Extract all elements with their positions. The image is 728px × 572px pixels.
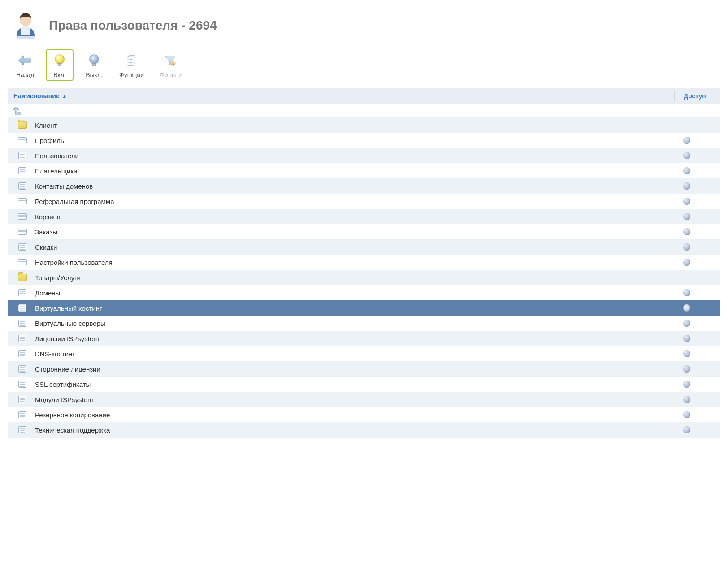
- table-row[interactable]: Клиент: [8, 117, 720, 133]
- folder-icon: [18, 121, 27, 129]
- list-icon: [18, 243, 26, 251]
- row-access: [674, 198, 715, 205]
- functions-button[interactable]: Функции: [115, 49, 148, 81]
- access-off-icon[interactable]: [683, 320, 690, 327]
- row-name: Настройки пользователя: [31, 259, 674, 266]
- list-icon: [18, 320, 26, 327]
- filter-button[interactable]: Фильтр: [155, 49, 185, 81]
- column-header-name[interactable]: Наименование ▲: [13, 92, 674, 100]
- row-name: Модули ISPsystem: [31, 396, 674, 403]
- access-off-icon[interactable]: [683, 411, 690, 418]
- bulb-on-icon: [52, 52, 68, 69]
- table-row[interactable]: Заказы: [8, 224, 720, 239]
- access-off-icon[interactable]: [683, 182, 690, 190]
- bulb-off-icon: [86, 52, 102, 69]
- table-row[interactable]: Товары/Услуги: [8, 270, 720, 285]
- go-up-row[interactable]: [8, 104, 720, 117]
- list-icon: [18, 152, 26, 159]
- svg-point-11: [171, 61, 175, 65]
- functions-label: Функции: [119, 71, 144, 78]
- table-row[interactable]: Модули ISPsystem: [8, 392, 720, 407]
- row-type-icon: [13, 289, 31, 296]
- access-off-icon[interactable]: [683, 396, 690, 403]
- access-off-icon[interactable]: [683, 137, 690, 144]
- table-row[interactable]: Профиль: [8, 133, 720, 148]
- table-row[interactable]: Сторонние лицензии: [8, 361, 720, 377]
- access-off-icon[interactable]: [683, 167, 690, 174]
- arrow-left-icon: [17, 52, 33, 69]
- row-name: Заказы: [31, 228, 674, 236]
- permissions-table: Наименование ▲ Доступ КлиентПрофильПольз…: [8, 88, 720, 438]
- table-row[interactable]: Корзина: [8, 209, 720, 224]
- disable-button[interactable]: Выкл.: [80, 49, 108, 81]
- row-type-icon: [13, 320, 31, 327]
- table-row[interactable]: Виртуальные серверы: [8, 316, 720, 331]
- folder-icon: [18, 274, 27, 281]
- page-header: Права пользователя - 2694: [0, 0, 728, 44]
- table-row[interactable]: Лицензии ISPsystem: [8, 331, 720, 346]
- row-type-icon: [13, 411, 31, 418]
- access-off-icon[interactable]: [683, 259, 690, 266]
- svg-point-12: [172, 63, 173, 64]
- back-label: Назад: [16, 71, 34, 78]
- row-type-icon: [13, 304, 31, 312]
- access-off-icon[interactable]: [683, 152, 690, 159]
- access-off-icon[interactable]: [683, 243, 690, 251]
- enable-button[interactable]: Вкл.: [46, 49, 74, 81]
- row-type-icon: [13, 396, 31, 403]
- access-off-icon[interactable]: [683, 304, 690, 312]
- access-off-icon[interactable]: [683, 335, 690, 342]
- go-up-icon: [13, 106, 22, 115]
- card-icon: [18, 229, 27, 235]
- table-row[interactable]: DNS-хостинг: [8, 346, 720, 361]
- list-icon: [18, 167, 26, 174]
- access-off-icon[interactable]: [683, 365, 690, 373]
- row-type-icon: [13, 182, 31, 190]
- row-name: Лицензии ISPsystem: [31, 335, 674, 342]
- row-name: Корзина: [31, 213, 674, 221]
- column-header-access[interactable]: Доступ: [674, 91, 715, 101]
- row-access: [674, 365, 715, 373]
- access-off-icon[interactable]: [683, 213, 690, 220]
- toolbar: Назад Вкл. Вык: [0, 44, 728, 88]
- row-access: [674, 320, 715, 327]
- row-access: [674, 137, 715, 144]
- table-row[interactable]: Техническая поддержка: [8, 422, 720, 438]
- table-row[interactable]: Резервное копирование: [8, 407, 720, 422]
- table-row[interactable]: SSL сертификаты: [8, 377, 720, 392]
- row-type-icon: [13, 365, 31, 373]
- table-row[interactable]: Пользователи: [8, 148, 720, 163]
- row-name: Виртуальный хостинг: [31, 304, 674, 312]
- user-avatar-icon: [11, 11, 40, 40]
- row-access: [674, 350, 715, 357]
- access-off-icon[interactable]: [683, 350, 690, 357]
- table-row[interactable]: Настройки пользователя: [8, 255, 720, 270]
- row-name: Виртуальные серверы: [31, 320, 674, 327]
- table-row[interactable]: Домены: [8, 285, 720, 300]
- access-off-icon[interactable]: [683, 381, 690, 388]
- card-icon: [18, 259, 27, 265]
- row-type-icon: [13, 426, 31, 433]
- row-name: Пользователи: [31, 152, 674, 160]
- table-row[interactable]: Контакты доменов: [8, 178, 720, 194]
- row-name: Реферальная программа: [31, 198, 674, 205]
- access-off-icon[interactable]: [683, 228, 690, 235]
- row-type-icon: [13, 121, 31, 129]
- svg-rect-3: [58, 64, 61, 66]
- table-row[interactable]: Реферальная программа: [8, 194, 720, 209]
- funnel-icon: [162, 52, 178, 69]
- access-off-icon[interactable]: [683, 198, 690, 205]
- table-row[interactable]: Скидки: [8, 239, 720, 255]
- access-off-icon[interactable]: [683, 426, 690, 433]
- back-button[interactable]: Назад: [11, 49, 39, 81]
- list-icon: [18, 396, 26, 403]
- list-icon: [18, 289, 26, 296]
- column-name-label: Наименование: [13, 92, 60, 100]
- list-icon: [18, 350, 26, 357]
- row-access: [674, 335, 715, 342]
- table-row[interactable]: Плательщики: [8, 163, 720, 178]
- table-row[interactable]: Виртуальный хостинг: [8, 300, 720, 316]
- access-off-icon[interactable]: [683, 289, 690, 296]
- row-access: [674, 289, 715, 296]
- list-icon: [18, 381, 26, 388]
